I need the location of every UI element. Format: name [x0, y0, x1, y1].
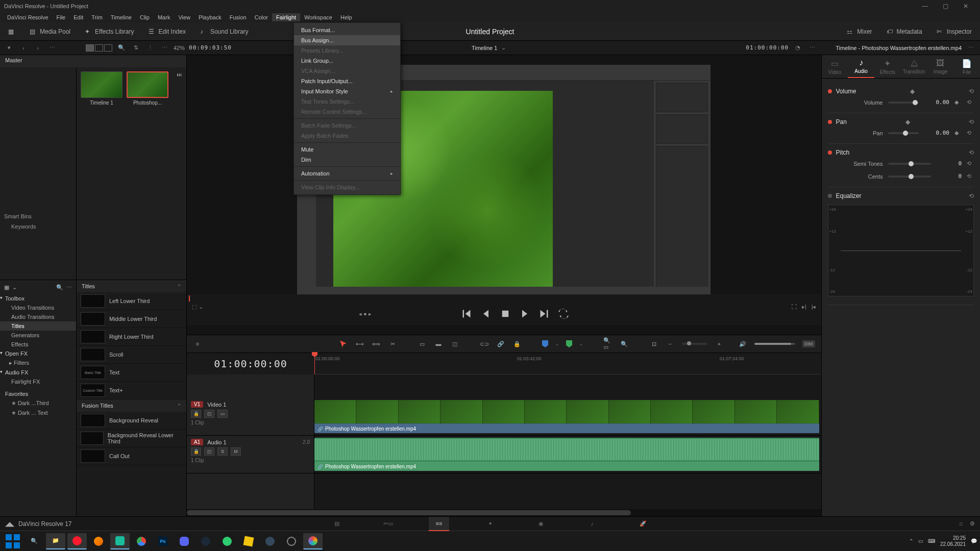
dynamic-trim-tool[interactable]: ⟺ — [372, 339, 381, 348]
enable-dot[interactable] — [828, 151, 832, 155]
reset-icon[interactable]: ⟲ — [967, 160, 974, 167]
title-item[interactable]: Basic TitleText — [77, 364, 186, 382]
menu-bus-format[interactable]: Bus Format... — [294, 25, 400, 35]
effects-library-button[interactable]: ✦Effects Library — [81, 26, 138, 37]
track-mute-button[interactable]: M — [231, 447, 241, 456]
tray-notifications-icon[interactable]: 💬 — [971, 538, 977, 544]
fav-item[interactable]: ★ Dark ... Text — [0, 408, 76, 418]
prev-edit-icon[interactable]: |◂ — [812, 304, 816, 310]
audio-clip[interactable]: Photoshop Wassertropfen erstellen.mp4 — [314, 438, 819, 471]
cat-fairlightfx[interactable]: Fairlight FX — [0, 377, 76, 386]
view-strip-icon[interactable] — [95, 44, 103, 52]
titles-section-header[interactable]: Titles⌃ — [77, 280, 186, 292]
media-pool-button[interactable]: ▤Media Pool — [26, 26, 75, 37]
taskbar-steam[interactable] — [196, 533, 215, 549]
track-area[interactable]: Photoshop Wassertropfen erstellen.mp4 Ph… — [314, 374, 821, 509]
timeline-view-icon[interactable]: ≡ — [193, 339, 202, 348]
view-list-icon[interactable] — [104, 44, 112, 52]
volume-slider[interactable] — [754, 343, 795, 345]
go-to-end-icon[interactable]: ⏭ — [177, 71, 182, 78]
title-item[interactable]: Custom TitleText+ — [77, 382, 186, 399]
bin-dropdown[interactable]: ▾ — [4, 43, 14, 53]
menu-clip[interactable]: Clip — [136, 13, 154, 21]
cents-slider[interactable] — [888, 176, 932, 178]
start-button[interactable] — [3, 533, 22, 549]
home-icon[interactable]: ⌂ — [959, 520, 963, 527]
first-frame-button[interactable] — [461, 309, 472, 319]
fav-item[interactable]: ★ Dark ...Third — [0, 398, 76, 408]
chevron-down-icon[interactable]: ⌄ — [555, 342, 559, 346]
trim-tool[interactable]: ⟷ — [355, 339, 364, 348]
menu-dim[interactable]: Dim — [294, 155, 400, 165]
tab-file[interactable]: 📄File — [953, 55, 980, 78]
nav-back[interactable]: ‹ — [18, 43, 29, 53]
timeline-scrollbar[interactable] — [187, 509, 821, 516]
flag-green[interactable] — [566, 340, 572, 347]
nav-fwd[interactable]: › — [33, 43, 43, 53]
search-button[interactable]: 🔍 — [24, 533, 44, 549]
tray-chevron-icon[interactable]: ⌃ — [909, 538, 913, 544]
toggle-panels-button[interactable]: ▦ — [4, 26, 19, 37]
menu-fairlight[interactable]: Fairlight — [272, 13, 300, 21]
media-pool-header[interactable]: Master — [0, 55, 186, 67]
title-item[interactable]: Middle Lower Third — [77, 310, 186, 328]
match-frame-icon[interactable]: ◂ ● ▸ — [359, 311, 372, 317]
view-thumbnail-icon[interactable] — [86, 44, 94, 52]
page-color[interactable]: ◉ — [531, 517, 551, 531]
keyframe-icon[interactable]: ◆ — [910, 88, 915, 95]
taskbar-opera[interactable] — [67, 533, 87, 549]
sound-library-button[interactable]: ♪Sound Library — [196, 26, 253, 37]
stop-button[interactable] — [500, 309, 510, 319]
taskbar-photoshop[interactable]: Ps — [153, 533, 173, 549]
cat-video-transitions[interactable]: Video Transitions — [0, 303, 76, 312]
page-fairlight[interactable]: ♪ — [582, 517, 602, 531]
clip-timeline1[interactable]: Timeline 1 — [81, 71, 122, 106]
menu-input-monitor[interactable]: Input Monitor Style▸ — [294, 86, 400, 96]
chevron-down-icon[interactable]: ⌄ — [12, 284, 17, 291]
fusion-title-item[interactable]: Background Reveal — [77, 412, 186, 430]
param-value[interactable]: 0.00 — [924, 99, 949, 106]
taskbar-app[interactable] — [110, 533, 130, 549]
video-clip[interactable]: Photoshop Wassertropfen erstellen.mp4 — [314, 400, 819, 433]
timeline-name[interactable]: Timeline 1 — [472, 45, 497, 51]
semitones-slider[interactable] — [888, 163, 932, 165]
lock-icon[interactable]: 🔒 — [512, 339, 522, 348]
track-auto-icon[interactable]: ◰ — [204, 447, 214, 456]
page-fusion[interactable]: ✦ — [480, 517, 500, 531]
link-toggle[interactable]: 🔗 — [496, 339, 505, 348]
settings-icon[interactable]: ⚙ — [970, 520, 975, 527]
page-cut[interactable]: ✂▭ — [378, 517, 398, 531]
zoom-fit-icon[interactable]: ⊡ — [649, 339, 658, 348]
menu-patch-io[interactable]: Patch Input/Output... — [294, 76, 400, 86]
selection-tool[interactable] — [339, 339, 348, 348]
taskbar-firefox[interactable] — [89, 533, 108, 549]
zoom-value[interactable]: 42% — [174, 45, 185, 51]
volume-icon[interactable]: 🔊 — [738, 339, 747, 348]
search-icon[interactable]: 🔍 — [56, 284, 63, 291]
crop-icon[interactable]: ⬚ ⌄ — [192, 304, 203, 310]
cat-toolbox[interactable]: Toolbox — [0, 294, 76, 303]
edit-index-button[interactable]: ☰Edit Index — [144, 26, 190, 37]
cat-audiofx[interactable]: Audio FX — [0, 368, 76, 377]
page-deliver[interactable]: 🚀 — [633, 517, 653, 531]
taskbar-app3[interactable] — [239, 533, 258, 549]
chevron-down-icon[interactable]: ⌄ — [579, 342, 583, 346]
overwrite-tool[interactable]: ▬ — [434, 339, 443, 348]
tray-lang-icon[interactable]: ⌨ — [928, 538, 935, 544]
clip-photoshop[interactable]: Photoshop... — [127, 71, 168, 106]
zoom-menu-icon[interactable]: 🔍 — [620, 339, 629, 348]
last-frame-button[interactable] — [539, 309, 549, 319]
next-edit-icon[interactable]: ▸| — [802, 304, 806, 310]
menu-help[interactable]: Help — [336, 13, 356, 21]
cat-generators[interactable]: Generators — [0, 331, 76, 340]
taskbar-app4[interactable] — [260, 533, 280, 549]
menu-bus-assign[interactable]: Bus Assign... — [294, 35, 400, 45]
flag-blue[interactable] — [542, 340, 548, 347]
menu-mute[interactable]: Mute — [294, 144, 400, 155]
track-disable-icon[interactable]: ▭ — [217, 410, 228, 418]
blade-tool[interactable]: ✂ — [388, 339, 397, 348]
fusion-title-item[interactable]: Background Reveal Lower Third — [77, 430, 186, 447]
mixer-button[interactable]: ⚏Mixer — [843, 26, 876, 37]
param-value[interactable]: 0.00 — [924, 130, 949, 136]
zoom-out-icon[interactable]: − — [666, 339, 675, 348]
